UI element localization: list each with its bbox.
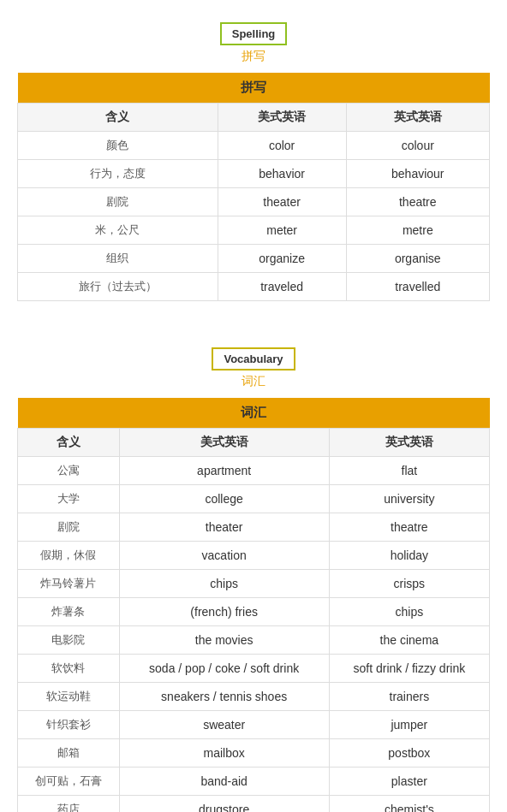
table-cell: plaster — [329, 768, 489, 796]
table-row: 炸薯条(french) frieschips — [18, 598, 490, 626]
spelling-title-row: 拼写 — [18, 73, 490, 104]
table-cell: 剧院 — [18, 513, 120, 542]
spelling-col-british: 英式英语 — [346, 104, 489, 132]
table-cell: (french) fries — [119, 598, 329, 626]
table-cell: 假期，休假 — [18, 542, 120, 570]
vocabulary-section: Vocabulary 词汇 词汇 含义 美式英语 英式英语 公寓apartmen… — [0, 339, 507, 812]
table-cell: the movies — [119, 626, 329, 655]
spelling-header-row: 含义 美式英语 英式英语 — [18, 104, 490, 132]
vocabulary-col-meaning: 含义 — [18, 429, 120, 457]
table-cell: 大学 — [18, 485, 120, 513]
table-cell: postbox — [329, 739, 489, 768]
vocabulary-col-american: 美式英语 — [119, 429, 329, 457]
table-cell: college — [119, 485, 329, 513]
table-cell: 组织 — [18, 245, 218, 273]
vocabulary-col-british: 英式英语 — [329, 429, 489, 457]
table-row: 米，公尺metermetre — [18, 216, 490, 245]
table-cell: chips — [329, 598, 489, 626]
table-row: 假期，休假vacationholiday — [18, 542, 490, 570]
table-cell: drugstore — [119, 796, 329, 813]
table-row: 炸马铃薯片chipscrisps — [18, 570, 490, 598]
table-cell: band-aid — [119, 768, 329, 796]
table-cell: 行为，态度 — [18, 160, 218, 188]
table-cell: 针织套衫 — [18, 711, 120, 739]
table-cell: colour — [346, 132, 489, 160]
table-cell: jumper — [329, 711, 489, 739]
table-cell: the cinema — [329, 626, 489, 655]
table-cell: chips — [119, 570, 329, 598]
vocabulary-header-row: 含义 美式英语 英式英语 — [18, 429, 490, 457]
table-row: 颜色colorcolour — [18, 132, 490, 160]
table-row: 行为，态度behaviorbehaviour — [18, 160, 490, 188]
vocabulary-title: 词汇 — [18, 398, 490, 429]
spelling-title: 拼写 — [18, 73, 490, 104]
table-row: 电影院the moviesthe cinema — [18, 626, 490, 655]
table-cell: behavior — [218, 160, 346, 188]
table-cell: theater — [119, 513, 329, 542]
table-cell: behaviour — [346, 160, 489, 188]
table-cell: theater — [218, 188, 346, 216]
table-cell: soda / pop / coke / soft drink — [119, 655, 329, 683]
table-cell: 电影院 — [18, 626, 120, 655]
table-row: 邮箱mailboxpostbox — [18, 739, 490, 768]
table-cell: 炸薯条 — [18, 598, 120, 626]
vocabulary-english-label: Vocabulary — [212, 347, 295, 370]
table-row: 创可贴，石膏band-aidplaster — [18, 768, 490, 796]
table-cell: vacation — [119, 542, 329, 570]
spelling-chinese-label: 拼写 — [242, 49, 265, 64]
table-row: 针织套衫sweaterjumper — [18, 711, 490, 739]
table-cell: 颜色 — [18, 132, 218, 160]
table-cell: sweater — [119, 711, 329, 739]
table-row: 组织organizeorganise — [18, 245, 490, 273]
table-row: 药店drugstorechemist's — [18, 796, 490, 813]
table-cell: color — [218, 132, 346, 160]
vocabulary-table: 词汇 含义 美式英语 英式英语 公寓apartmentflat大学college… — [17, 398, 490, 812]
table-row: 软饮料soda / pop / coke / soft drinksoft dr… — [18, 655, 490, 683]
table-cell: 软饮料 — [18, 655, 120, 683]
table-cell: 公寓 — [18, 457, 120, 485]
table-cell: 炸马铃薯片 — [18, 570, 120, 598]
spelling-col-american: 美式英语 — [218, 104, 346, 132]
table-cell: 剧院 — [18, 188, 218, 216]
table-cell: 邮箱 — [18, 739, 120, 768]
table-row: 公寓apartmentflat — [18, 457, 490, 485]
section-spacer — [0, 318, 507, 339]
spelling-english-label: Spelling — [220, 22, 288, 45]
table-cell: travelled — [346, 273, 489, 301]
table-cell: theatre — [329, 513, 489, 542]
table-cell: chemist's — [329, 796, 489, 813]
table-row: 大学collegeuniversity — [18, 485, 490, 513]
table-cell: mailbox — [119, 739, 329, 768]
table-cell: 软运动鞋 — [18, 683, 120, 711]
vocabulary-title-row: 词汇 — [18, 398, 490, 429]
table-cell: crisps — [329, 570, 489, 598]
table-row: 剧院theatertheatre — [18, 513, 490, 542]
table-row: 旅行（过去式）traveledtravelled — [18, 273, 490, 301]
table-cell: university — [329, 485, 489, 513]
table-row: 剧院theatertheatre — [18, 188, 490, 216]
vocabulary-chinese-label: 词汇 — [242, 374, 265, 389]
spelling-section: Spelling 拼写 拼写 含义 美式英语 英式英语 颜色colorcolou… — [0, 14, 507, 318]
table-cell: sneakers / tennis shoes — [119, 683, 329, 711]
table-cell: soft drink / fizzy drink — [329, 655, 489, 683]
table-cell: 创可贴，石膏 — [18, 768, 120, 796]
table-cell: meter — [218, 216, 346, 245]
table-cell: metre — [346, 216, 489, 245]
table-cell: 旅行（过去式） — [18, 273, 218, 301]
table-cell: traveled — [218, 273, 346, 301]
table-cell: holiday — [329, 542, 489, 570]
table-cell: trainers — [329, 683, 489, 711]
table-cell: theatre — [346, 188, 489, 216]
table-row: 软运动鞋sneakers / tennis shoestrainers — [18, 683, 490, 711]
table-cell: organise — [346, 245, 489, 273]
spelling-col-meaning: 含义 — [18, 104, 218, 132]
table-cell: apartment — [119, 457, 329, 485]
spelling-table: 拼写 含义 美式英语 英式英语 颜色colorcolour行为，态度behavi… — [17, 73, 490, 301]
table-cell: 药店 — [18, 796, 120, 813]
spelling-header: Spelling 拼写 — [17, 22, 490, 64]
table-cell: flat — [329, 457, 489, 485]
table-cell: 米，公尺 — [18, 216, 218, 245]
vocabulary-header: Vocabulary 词汇 — [17, 347, 490, 389]
table-cell: organize — [218, 245, 346, 273]
